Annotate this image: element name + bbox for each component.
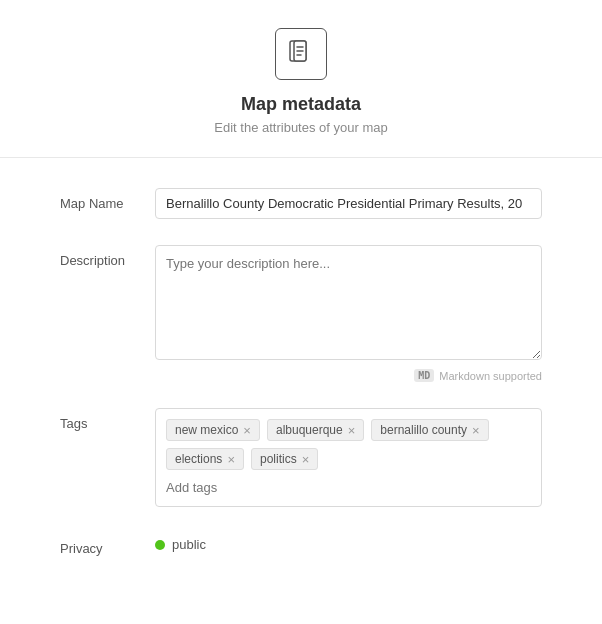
privacy-control: public: [155, 537, 542, 552]
map-name-row: Map Name: [60, 188, 542, 219]
tag-remove-button[interactable]: ×: [227, 453, 235, 466]
map-name-control: [155, 188, 542, 219]
add-tags-input[interactable]: [166, 480, 531, 495]
page-subtitle: Edit the attributes of your map: [214, 120, 387, 135]
markdown-note: MD Markdown supported: [155, 369, 542, 382]
page-title: Map metadata: [241, 94, 361, 115]
tag-text: new mexico: [175, 423, 238, 437]
map-name-label: Map Name: [60, 188, 155, 211]
tag-remove-button[interactable]: ×: [348, 424, 356, 437]
markdown-text: Markdown supported: [439, 370, 542, 382]
tag-remove-button[interactable]: ×: [302, 453, 310, 466]
markdown-badge: MD: [414, 369, 434, 382]
description-input[interactable]: [155, 245, 542, 360]
tag-item: new mexico×: [166, 419, 260, 441]
tag-item: elections×: [166, 448, 244, 470]
tag-remove-button[interactable]: ×: [243, 424, 251, 437]
tags-container: new mexico×albuquerque×bernalillo county…: [155, 408, 542, 507]
page-header: Map metadata Edit the attributes of your…: [0, 0, 602, 158]
description-row: Description MD Markdown supported: [60, 245, 542, 382]
tag-item: albuquerque×: [267, 419, 364, 441]
tag-item: politics×: [251, 448, 318, 470]
map-document-icon: [275, 28, 327, 80]
description-control: MD Markdown supported: [155, 245, 542, 382]
map-name-input[interactable]: [155, 188, 542, 219]
privacy-value: public: [172, 537, 206, 552]
tags-row: Tags new mexico×albuquerque×bernalillo c…: [60, 408, 542, 507]
tags-label: Tags: [60, 408, 155, 431]
tags-control: new mexico×albuquerque×bernalillo county…: [155, 408, 542, 507]
tag-text: politics: [260, 452, 297, 466]
privacy-label: Privacy: [60, 533, 155, 556]
privacy-status-dot: [155, 540, 165, 550]
tag-text: albuquerque: [276, 423, 343, 437]
description-label: Description: [60, 245, 155, 268]
tag-item: bernalillo county×: [371, 419, 488, 441]
tag-remove-button[interactable]: ×: [472, 424, 480, 437]
privacy-row: Privacy public: [60, 533, 542, 556]
form-section: Map Name Description MD Markdown support…: [0, 158, 602, 612]
tag-text: bernalillo county: [380, 423, 467, 437]
tag-text: elections: [175, 452, 222, 466]
tags-list: new mexico×albuquerque×bernalillo county…: [166, 419, 531, 470]
